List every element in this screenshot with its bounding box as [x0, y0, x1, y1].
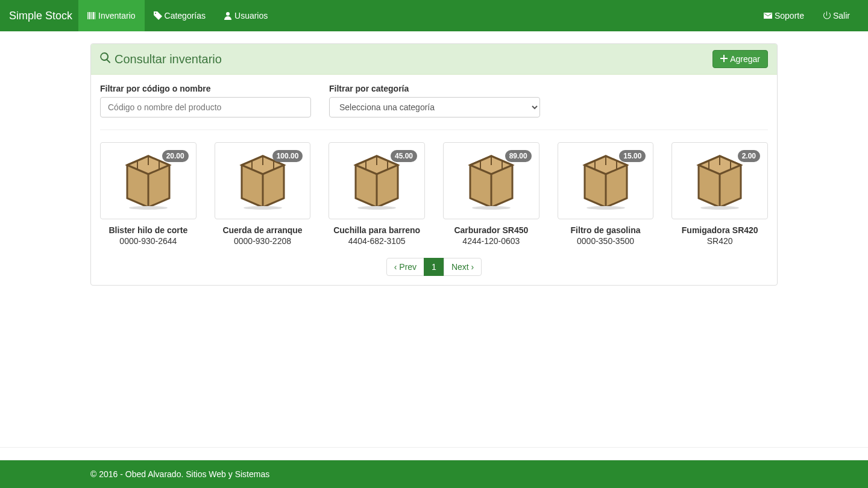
product-name: Carburador SR450	[443, 225, 539, 235]
qty-badge: 15.00	[619, 150, 646, 162]
product-name: Blister hilo de corte	[100, 225, 197, 235]
footer-separator	[0, 447, 868, 448]
nav-users[interactable]: Usuarios	[215, 0, 277, 31]
qty-badge: 20.00	[162, 150, 189, 162]
product-thumbnail: 20.00	[100, 142, 197, 219]
nav-left: Inventario Categorías Usuarios	[78, 0, 277, 31]
panel-heading: Consultar inventario Agregar	[91, 44, 777, 75]
filter-category-group: Filtrar por categoría Selecciona una cat…	[329, 84, 540, 117]
page-next[interactable]: Next ›	[444, 258, 482, 276]
filter-category-select[interactable]: Selecciona una categoría	[329, 97, 540, 117]
tags-icon	[154, 11, 162, 20]
products-grid: 20.00 Blister hilo de corte 0000-930-264…	[100, 142, 768, 246]
product-thumbnail: 100.00	[215, 142, 311, 219]
product-code: 0000-930-2644	[100, 236, 197, 246]
nav-categories[interactable]: Categorías	[145, 0, 215, 31]
barcode-icon	[87, 11, 96, 20]
navbar: Simple Stock Inventario Categorías Usuar…	[0, 0, 868, 31]
product-card[interactable]: 100.00 Cuerda de arranque 0000-930-2208	[215, 142, 311, 246]
qty-badge: 89.00	[505, 150, 532, 162]
svg-point-41	[587, 206, 625, 210]
panel-title: Consultar inventario	[100, 52, 222, 66]
svg-point-27	[357, 206, 396, 210]
footer: © 2016 - Obed Alvarado. Sitios Web y Sis…	[0, 460, 868, 488]
page-prev[interactable]: ‹ Prev	[386, 258, 424, 276]
product-card[interactable]: 15.00 Filtro de gasolina 0000-350-3500	[558, 142, 654, 246]
panel-title-text: Consultar inventario	[115, 52, 222, 66]
product-card[interactable]: 2.00 Fumigadora SR420 SR420	[671, 142, 768, 246]
product-name: Cuchilla para barreno	[329, 225, 425, 235]
envelope-icon	[764, 11, 772, 20]
svg-point-20	[244, 206, 282, 210]
svg-rect-3	[92, 12, 92, 19]
qty-badge: 45.00	[391, 150, 417, 162]
user-icon	[224, 11, 232, 20]
product-code: 0000-930-2208	[215, 236, 311, 246]
filter-category-label: Filtrar por categoría	[329, 84, 540, 93]
pagination: ‹ Prev 1 Next ›	[100, 258, 768, 276]
product-name: Fumigadora SR420	[671, 225, 768, 235]
svg-rect-5	[95, 12, 95, 19]
nav-support[interactable]: Soporte	[755, 0, 813, 31]
nav-logout-label: Salir	[833, 11, 850, 20]
filter-code-group: Filtrar por código o nombre	[100, 84, 311, 117]
plus-icon	[720, 54, 728, 64]
svg-point-6	[226, 12, 230, 16]
product-name: Cuerda de arranque	[215, 225, 311, 235]
svg-point-34	[472, 206, 511, 210]
product-thumbnail: 45.00	[329, 142, 425, 219]
filter-code-label: Filtrar por código o nombre	[100, 84, 311, 93]
qty-badge: 100.00	[272, 150, 303, 162]
filter-row: Filtrar por código o nombre Filtrar por …	[100, 84, 768, 117]
footer-text: © 2016 - Obed Alvarado. Sitios Web y Sis…	[90, 469, 778, 479]
search-icon	[100, 52, 111, 66]
power-icon	[822, 11, 831, 20]
nav-inventory-label: Inventario	[98, 11, 135, 20]
product-thumbnail: 15.00	[558, 142, 654, 219]
nav-users-label: Usuarios	[234, 11, 268, 20]
svg-rect-1	[89, 12, 90, 19]
svg-point-48	[700, 206, 739, 210]
filter-code-input[interactable]	[100, 97, 311, 117]
nav-inventory[interactable]: Inventario	[78, 0, 144, 31]
nav-logout[interactable]: Salir	[813, 0, 859, 31]
page-current[interactable]: 1	[424, 258, 444, 276]
product-card[interactable]: 20.00 Blister hilo de corte 0000-930-264…	[100, 142, 197, 246]
svg-rect-0	[87, 12, 88, 19]
product-code: 4244-120-0603	[443, 236, 539, 246]
nav-categories-label: Categorías	[165, 11, 206, 20]
svg-point-13	[129, 206, 168, 210]
inventory-panel: Consultar inventario Agregar Filtrar por…	[90, 43, 778, 286]
add-button-label: Agregar	[730, 54, 760, 64]
product-code: SR420	[671, 236, 768, 246]
add-button[interactable]: Agregar	[712, 50, 768, 68]
panel-body: Filtrar por código o nombre Filtrar por …	[91, 75, 777, 285]
product-code: 4404-682-3105	[329, 236, 425, 246]
product-card[interactable]: 45.00 Cuchilla para barreno 4404-682-310…	[329, 142, 425, 246]
product-name: Filtro de gasolina	[558, 225, 654, 235]
nav-right: Soporte Salir	[755, 0, 859, 31]
product-code: 0000-350-3500	[558, 236, 654, 246]
svg-rect-4	[93, 12, 94, 19]
qty-badge: 2.00	[738, 150, 760, 162]
product-card[interactable]: 89.00 Carburador SR450 4244-120-0603	[443, 142, 539, 246]
main-container: Consultar inventario Agregar Filtrar por…	[90, 43, 778, 411]
product-thumbnail: 89.00	[443, 142, 539, 219]
product-thumbnail: 2.00	[671, 142, 768, 219]
nav-support-label: Soporte	[775, 11, 804, 20]
brand-logo[interactable]: Simple Stock	[9, 10, 78, 22]
divider	[100, 130, 768, 130]
svg-rect-2	[90, 12, 91, 19]
